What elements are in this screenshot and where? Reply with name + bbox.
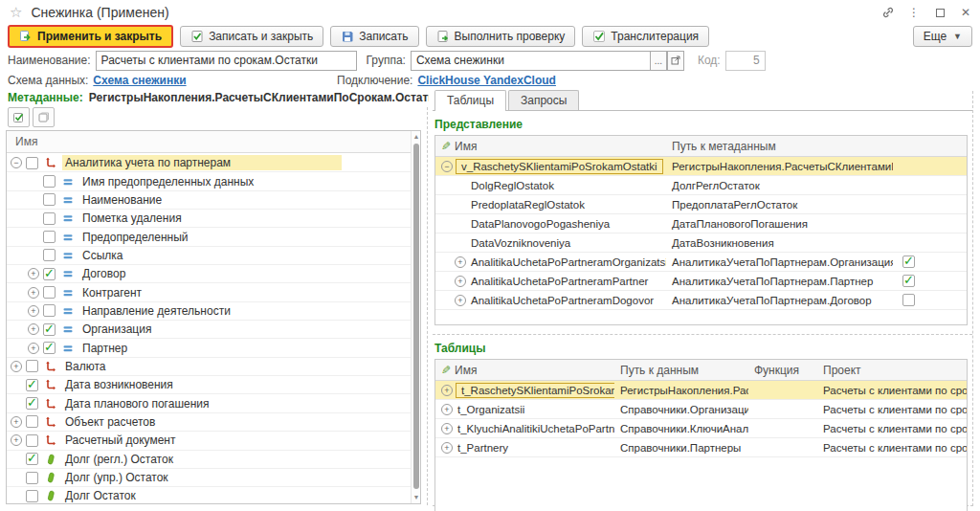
representation-table-header[interactable]: ✎Имя Путь к метаданным — [435, 136, 967, 157]
checkbox[interactable] — [26, 490, 38, 502]
name-input[interactable]: Расчеты с клиентами по срокам.Остатки — [96, 51, 357, 71]
representation-row[interactable]: +AnalitikaUchetaPoPartneramDogovorАналит… — [435, 291, 967, 310]
tables-table-header[interactable]: ✎Имя Путь к данным Функция Проект — [435, 360, 967, 381]
tree-row[interactable]: Имя предопределенных данных — [7, 172, 411, 190]
representation-row[interactable]: PredoplataReglOstatokПредоплатаРеглОстат… — [435, 195, 967, 214]
representation-row[interactable]: +AnalitikaUchetaPoPartneramOrganizatsiya… — [435, 253, 967, 272]
tree-row[interactable]: +Контрагент — [7, 283, 411, 301]
tree-row[interactable]: Долг Остаток — [7, 487, 411, 504]
checkbox[interactable] — [26, 157, 38, 169]
checkbox[interactable] — [902, 256, 915, 268]
expander-minus-icon[interactable]: − — [11, 157, 22, 168]
tree-scrollbar[interactable]: ▲ ▼ — [411, 131, 420, 503]
tree-row[interactable]: Долг (упр.) Остаток — [7, 469, 411, 487]
expander-plus-icon[interactable]: + — [441, 385, 453, 396]
expander-plus-icon[interactable]: + — [455, 295, 466, 306]
expander-plus-icon[interactable]: + — [28, 305, 39, 317]
table-row[interactable]: +t_RaschetySKlientamiPoSrokamOstatkiРеги… — [435, 381, 967, 400]
tab-queries[interactable]: Запросы — [508, 90, 579, 110]
checkbox[interactable] — [43, 175, 56, 188]
expander-plus-icon[interactable]: + — [11, 361, 22, 372]
tree-row[interactable]: −Аналитика учета по партнерам — [7, 154, 411, 172]
tree-row[interactable]: +Расчетный документ — [7, 432, 411, 450]
tree-row[interactable]: +Договор — [7, 265, 411, 283]
checkbox[interactable] — [43, 342, 56, 354]
tree-row[interactable]: +Партнер — [7, 339, 411, 357]
table-row[interactable]: +t_KlyuchiAnalitikiUchetaPoPartneramСпра… — [435, 419, 967, 438]
tree-row[interactable]: Долг (регл.) Остаток — [7, 451, 411, 469]
group-open-icon[interactable] — [667, 51, 684, 71]
restore-window-icon[interactable] — [933, 6, 947, 19]
tree-row[interactable]: Ссылка — [7, 247, 411, 265]
group-input[interactable]: Схема снежинки — [411, 51, 650, 71]
tree-row[interactable]: Наименование — [7, 191, 411, 210]
tree-row[interactable]: +Валюта — [7, 358, 411, 376]
tree-row[interactable]: Пометка удаления — [7, 210, 411, 228]
representation-row[interactable]: −v_RaschetySKlientamiPoSrokamOstatkiРеги… — [435, 157, 967, 176]
expander-plus-icon[interactable]: + — [455, 276, 466, 287]
expander-plus-icon[interactable]: + — [28, 268, 39, 279]
tree-column-header[interactable]: Имя — [7, 131, 420, 153]
expander-plus-icon[interactable]: + — [11, 434, 22, 446]
checkbox[interactable] — [43, 212, 56, 225]
tree-row[interactable]: +Объект расчетов — [7, 413, 411, 432]
menu-dots-icon[interactable]: ⋮ — [907, 6, 921, 19]
favorite-star-icon[interactable]: ☆ — [10, 4, 22, 21]
run-check-button[interactable]: Выполнить проверку — [426, 26, 576, 47]
save-button[interactable]: Записать — [330, 26, 418, 47]
data-schema-link[interactable]: Схема снежинки — [93, 74, 186, 87]
tree-row[interactable]: Дата планового погашения — [7, 394, 411, 412]
get-link-icon[interactable] — [881, 6, 895, 19]
more-button[interactable]: Еще▼ — [913, 26, 972, 47]
scroll-up-icon[interactable]: ▲ — [412, 132, 421, 142]
transliteration-button[interactable]: Транслитерация — [582, 26, 709, 47]
expander-plus-icon[interactable]: + — [28, 287, 39, 299]
uncheck-all-icon[interactable] — [33, 107, 55, 127]
close-window-icon[interactable]: ✕ — [959, 6, 972, 19]
scroll-down-icon[interactable]: ▼ — [412, 493, 421, 502]
table-row[interactable]: +t_PartneryСправочники.ПартнерыРасчеты с… — [435, 438, 967, 457]
tree-row[interactable]: +Организация — [7, 321, 411, 339]
expander-plus-icon[interactable]: + — [455, 256, 466, 268]
checkbox[interactable] — [26, 379, 38, 391]
connection-link[interactable]: ClickHouse YandexCloud — [417, 74, 556, 87]
checkbox[interactable] — [43, 304, 56, 317]
group-select-button[interactable]: ... — [650, 51, 667, 71]
checkbox[interactable] — [43, 249, 56, 261]
checkbox[interactable] — [26, 453, 38, 465]
expander-plus-icon[interactable]: + — [28, 323, 39, 335]
scrollbar-thumb[interactable] — [413, 144, 419, 489]
checkbox[interactable] — [902, 294, 915, 306]
checkbox[interactable] — [43, 323, 56, 336]
save-and-close-button[interactable]: Записать и закрыть — [180, 26, 323, 47]
representation-row[interactable]: DolgReglOstatokДолгРеглОстаток — [435, 176, 967, 195]
tree-row[interactable]: Предопределенный — [7, 228, 411, 246]
checkbox[interactable] — [26, 434, 38, 447]
checkbox[interactable] — [26, 472, 38, 484]
tree-row[interactable]: +Направление деятельности — [7, 302, 411, 321]
expander-plus-icon[interactable]: + — [441, 404, 453, 415]
expander-plus-icon[interactable]: + — [441, 423, 453, 434]
representation-row[interactable]: +AnalitikaUchetaPoPartneramPartnerАналит… — [435, 272, 967, 291]
panel-splitter[interactable] — [427, 107, 428, 505]
expander-plus-icon[interactable]: + — [11, 416, 22, 428]
tree-row[interactable]: Дата возникновения — [7, 376, 411, 394]
checkbox[interactable] — [902, 275, 915, 287]
check-all-icon[interactable] — [8, 107, 30, 127]
checkbox[interactable] — [43, 268, 56, 280]
checkbox[interactable] — [26, 397, 38, 410]
expander-plus-icon[interactable]: + — [28, 343, 39, 354]
apply-and-close-button[interactable]: Применить и закрыть — [8, 25, 173, 48]
checkbox[interactable] — [26, 360, 38, 372]
section-splitter[interactable] — [433, 334, 972, 335]
checkbox[interactable] — [43, 286, 56, 299]
checkbox[interactable] — [26, 415, 38, 428]
tab-tables[interactable]: Таблицы — [434, 90, 506, 111]
expander-minus-icon[interactable]: − — [441, 161, 453, 172]
checkbox[interactable] — [43, 231, 56, 243]
code-input[interactable]: 5 — [725, 51, 766, 71]
expander-plus-icon[interactable]: + — [441, 442, 453, 454]
table-row[interactable]: +t_OrganizatsiiСправочники.ОрганизацииРа… — [435, 400, 967, 419]
representation-row[interactable]: DataVozniknoveniyaДатаВозникновения — [435, 233, 967, 253]
representation-row[interactable]: DataPlanovogoPogasheniyaДатаПлановогоПог… — [435, 214, 967, 233]
